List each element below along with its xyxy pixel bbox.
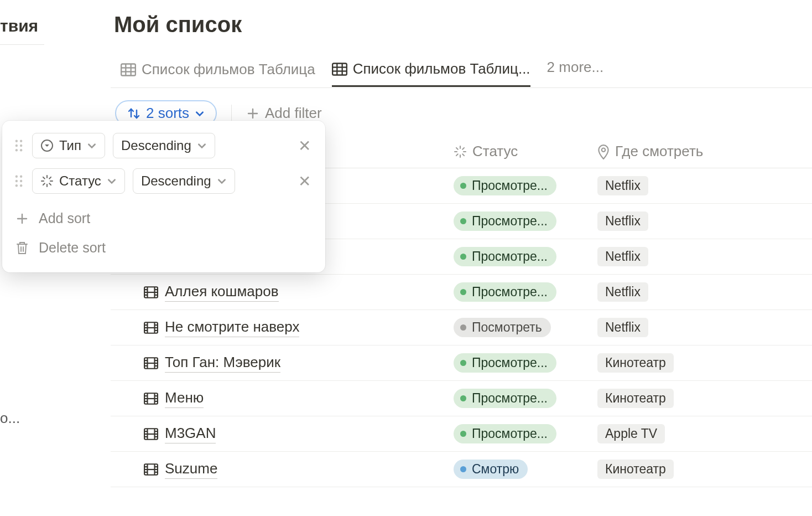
- cell-title[interactable]: M3GAN: [111, 425, 454, 443]
- drag-handle[interactable]: [13, 140, 24, 152]
- chevron-down-icon: [197, 141, 207, 151]
- where-tag: Кинотеатр: [597, 389, 674, 408]
- status-badge: Просмотре...: [454, 211, 556, 231]
- tab-table-view-1[interactable]: Список фильмов Таблица: [121, 56, 315, 86]
- status-text: Просмотре...: [472, 285, 548, 300]
- sidebar-cut-text-bottom: о...: [0, 410, 44, 427]
- cell-status[interactable]: Просмотре...: [454, 424, 597, 443]
- cell-status[interactable]: Посмотреть: [454, 318, 597, 337]
- cell-where[interactable]: Кинотеатр: [597, 460, 808, 479]
- svg-point-71: [15, 145, 18, 147]
- cell-status[interactable]: Смотрю: [454, 460, 597, 479]
- cell-where[interactable]: Netflix: [597, 282, 808, 302]
- location-pin-icon: [597, 144, 610, 159]
- add-filter-button[interactable]: Add filter: [246, 105, 322, 122]
- film-icon: [144, 463, 158, 476]
- where-tag: Netflix: [597, 211, 648, 231]
- svg-line-89: [49, 177, 51, 179]
- cell-where[interactable]: Кинотеатр: [597, 389, 808, 408]
- cell-title[interactable]: Не смотрите наверх: [111, 318, 454, 337]
- table-row: Топ Ган: Мэверик Просмотре... Кинотеатр: [111, 345, 812, 381]
- sort-field-label: Тип: [59, 138, 81, 153]
- status-badge: Просмотре...: [454, 353, 556, 373]
- tab-label: Список фильмов Таблица: [142, 61, 315, 78]
- svg-rect-5: [332, 63, 347, 75]
- table-row: Меню Просмотре... Кинотеатр: [111, 381, 812, 416]
- where-tag: Apple TV: [597, 424, 665, 443]
- tabs-more[interactable]: 2 more...: [547, 59, 604, 84]
- where-tag: Кинотеатр: [597, 460, 674, 479]
- add-sort-label: Add sort: [39, 210, 90, 226]
- delete-sort-label: Delete sort: [39, 240, 106, 256]
- where-tag: Кинотеатр: [597, 353, 674, 373]
- cell-status[interactable]: Просмотре...: [454, 282, 597, 302]
- cell-where[interactable]: Netflix: [597, 318, 808, 337]
- cell-where[interactable]: Netflix: [597, 176, 808, 195]
- cell-status[interactable]: Просмотре...: [454, 211, 597, 231]
- add-filter-label: Add filter: [265, 105, 322, 122]
- where-tag: Netflix: [597, 247, 648, 266]
- svg-point-77: [20, 176, 22, 178]
- delete-sort-button[interactable]: Delete sort: [13, 233, 314, 262]
- cell-status[interactable]: Просмотре...: [454, 389, 597, 408]
- status-text: Посмотреть: [472, 320, 542, 335]
- sort-row: Тип Descending ✕: [13, 133, 314, 158]
- svg-point-81: [20, 184, 22, 187]
- tab-table-view-2[interactable]: Список фильмов Таблиц...: [332, 56, 530, 87]
- column-header-status[interactable]: Статус: [454, 143, 597, 160]
- cell-where[interactable]: Apple TV: [597, 424, 808, 443]
- svg-point-72: [20, 145, 22, 147]
- sort-field-select[interactable]: Тип: [32, 133, 105, 158]
- cell-status[interactable]: Просмотре...: [454, 176, 597, 195]
- status-text: Просмотре...: [472, 178, 548, 193]
- cell-status[interactable]: Просмотре...: [454, 353, 597, 373]
- drag-grip-icon: [15, 175, 23, 187]
- status-badge: Смотрю: [454, 460, 528, 479]
- trash-icon: [15, 241, 29, 255]
- table-row: Аллея кошмаров Просмотре... Netflix: [111, 275, 812, 310]
- status-text: Просмотре...: [472, 214, 548, 229]
- svg-point-69: [15, 140, 18, 142]
- sort-field-select[interactable]: Статус: [32, 168, 125, 194]
- svg-point-76: [15, 176, 18, 178]
- status-badge: Просмотре...: [454, 282, 556, 302]
- film-icon: [144, 428, 158, 440]
- cell-where[interactable]: Netflix: [597, 211, 808, 231]
- film-icon: [144, 393, 158, 405]
- svg-point-78: [15, 180, 18, 182]
- remove-sort-button[interactable]: ✕: [295, 172, 314, 190]
- column-header-where[interactable]: Где смотреть: [597, 143, 808, 160]
- status-icon: [454, 145, 467, 158]
- select-type-icon: [40, 139, 54, 152]
- svg-rect-0: [121, 64, 136, 75]
- chevron-down-icon: [87, 141, 97, 151]
- cell-status[interactable]: Просмотре...: [454, 247, 597, 266]
- plus-icon: [246, 107, 259, 120]
- cell-title[interactable]: Suzume: [111, 460, 454, 479]
- sort-popover: Тип Descending ✕ Статус Descending ✕ Add…: [2, 121, 325, 272]
- drag-handle[interactable]: [13, 175, 24, 187]
- sidebar-divider: [0, 44, 44, 45]
- table-icon: [121, 63, 136, 76]
- cell-title[interactable]: Меню: [111, 389, 454, 408]
- film-icon: [144, 322, 158, 334]
- toolbar-divider: [231, 105, 232, 122]
- sort-direction-label: Descending: [141, 173, 211, 189]
- film-icon: [144, 357, 158, 369]
- remove-sort-button[interactable]: ✕: [295, 137, 314, 155]
- cell-title[interactable]: Топ Ган: Мэверик: [111, 354, 454, 373]
- table-row: Suzume Смотрю Кинотеатр: [111, 452, 812, 487]
- svg-point-79: [20, 180, 22, 182]
- status-badge: Посмотреть: [454, 318, 551, 337]
- cell-where[interactable]: Netflix: [597, 247, 808, 266]
- status-badge: Просмотре...: [454, 424, 556, 443]
- row-title-text: M3GAN: [165, 425, 216, 443]
- svg-point-70: [20, 140, 22, 142]
- sort-direction-select[interactable]: Descending: [133, 168, 235, 194]
- column-header-label: Статус: [472, 143, 518, 160]
- cell-where[interactable]: Кинотеатр: [597, 353, 808, 373]
- svg-line-84: [43, 177, 45, 179]
- sort-direction-select[interactable]: Descending: [113, 133, 215, 158]
- add-sort-button[interactable]: Add sort: [13, 204, 314, 233]
- cell-title[interactable]: Аллея кошмаров: [111, 283, 454, 302]
